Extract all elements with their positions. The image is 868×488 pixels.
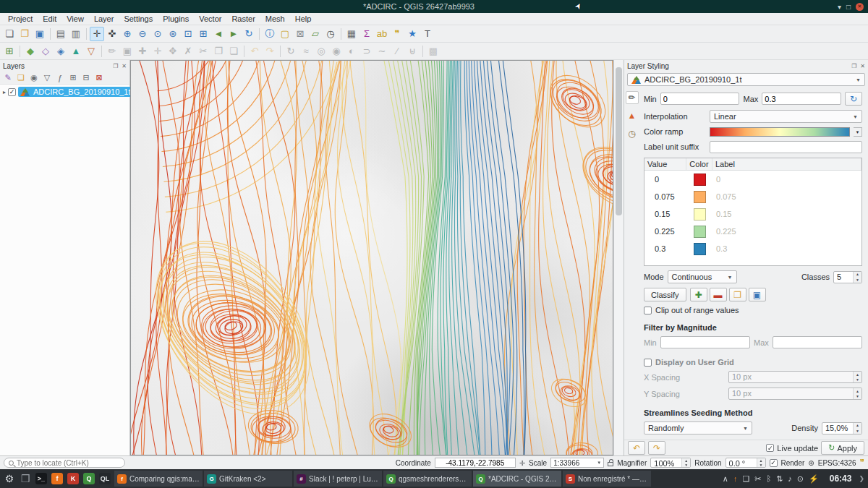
crs-badge[interactable]: EPSG:4326 [818, 459, 856, 467]
new-mesh-layer-icon[interactable]: ▲ [69, 44, 83, 59]
class-row[interactable]: 0.30.3 [644, 240, 861, 257]
open-layer-styling-icon[interactable]: ✎ [2, 72, 14, 84]
map-refresh-icon[interactable]: ↻ [242, 27, 256, 41]
float-panel-icon[interactable]: ❐ [113, 63, 118, 69]
new-virtual-layer-icon[interactable]: ▽ [84, 44, 98, 59]
extent-icon[interactable]: ✛ [519, 459, 525, 467]
map-tips-icon[interactable]: ❞ [390, 27, 404, 41]
maximize-icon[interactable]: □ [846, 3, 851, 11]
software-updates-icon[interactable]: ↑ [733, 474, 738, 483]
collapse-all-icon[interactable]: ⊟ [80, 72, 92, 84]
pager-launcher[interactable]: ❒ [18, 471, 33, 486]
render-checkbox[interactable] [770, 459, 778, 467]
layout-manager-icon[interactable]: ▥ [69, 27, 83, 41]
microphone-icon[interactable]: ⊙ [797, 474, 804, 484]
new-bookmark-icon[interactable]: ★ [405, 27, 420, 41]
filter-min-input[interactable] [660, 336, 750, 348]
color-column-header[interactable]: Color [686, 158, 712, 170]
style-undo-button[interactable]: ↶ [628, 441, 645, 455]
deselect-features-icon[interactable]: ⊠ [293, 27, 307, 41]
layer-item[interactable]: ▸ ADCIRC_BG_20190910_1t [0, 85, 129, 98]
menu-plugins[interactable]: Plugins [158, 14, 194, 24]
close-panel-icon[interactable]: ✕ [860, 63, 865, 69]
new-geopackage-layer-icon[interactable]: ◆ [23, 44, 38, 59]
taskbar-task[interactable]: GGitKraken <2> [204, 471, 292, 487]
screenshot-tool-icon[interactable]: ✂ [754, 474, 761, 484]
clock[interactable]: 06:43 [825, 474, 857, 484]
panel-expand-icon[interactable]: ❯ [859, 475, 866, 482]
zoom-next-icon[interactable]: ► [226, 27, 241, 41]
qgis-launcher[interactable]: Q [82, 471, 96, 486]
classify-button[interactable]: Classify [644, 288, 686, 301]
symbology-tab-icon[interactable]: ✏ [626, 91, 639, 104]
remove-class-button[interactable]: ▬ [710, 288, 727, 301]
taskbar-task[interactable]: fComparing qgis:mast... [114, 471, 203, 487]
crs-icon[interactable]: ⊛ [808, 459, 814, 467]
menu-settings[interactable]: Settings [119, 14, 158, 24]
taskbar-task[interactable]: Qqgsmeshrenderersetti... [383, 471, 472, 487]
zoom-full-icon[interactable]: ⊛ [166, 27, 180, 41]
zoom-in-icon[interactable]: ⊕ [120, 27, 135, 41]
save-classes-button[interactable]: ▣ [749, 288, 766, 301]
interpolation-select[interactable]: Linear ▼ [710, 110, 862, 123]
select-features-icon[interactable]: ▢ [278, 27, 292, 41]
zoom-last-icon[interactable]: ◄ [211, 27, 226, 41]
attributes-table-icon[interactable]: ▦ [344, 27, 359, 41]
zoom-to-selection-icon[interactable]: ⊡ [181, 27, 195, 41]
color-ramp-menu-icon[interactable]: ▼ [854, 127, 862, 137]
class-color-swatch[interactable] [694, 191, 706, 203]
field-calculator-icon[interactable]: Σ [359, 27, 374, 41]
konsole-launcher[interactable]: >_ [34, 471, 48, 486]
print-layout-icon[interactable]: ▤ [54, 27, 68, 41]
scrollbar-thumb[interactable] [616, 67, 622, 215]
manage-map-themes-icon[interactable]: ◉ [28, 72, 40, 84]
data-source-manager-icon[interactable]: ⊞ [2, 44, 17, 59]
lock-scale-icon[interactable] [608, 462, 613, 466]
power-icon[interactable]: ⚡ [809, 474, 819, 484]
color-ramp-preview[interactable] [710, 127, 850, 137]
max-value-input[interactable] [762, 93, 841, 105]
float-panel-icon[interactable]: ❐ [851, 63, 856, 69]
zoom-out-icon[interactable]: ⊖ [135, 27, 150, 41]
class-color-swatch[interactable] [694, 208, 706, 221]
class-row[interactable]: 00 [644, 171, 861, 188]
labeling-icon[interactable]: ab [375, 27, 389, 41]
remove-layer-icon[interactable]: ⊠ [93, 72, 105, 84]
taskbar-task[interactable]: #Slack | ! peterp | Lutr... [294, 471, 382, 487]
filter-max-input[interactable] [773, 336, 862, 348]
zoom-to-layer-icon[interactable]: ⊞ [196, 27, 210, 41]
filter-by-expression-icon[interactable]: ƒ [54, 72, 66, 84]
menu-mesh[interactable]: Mesh [260, 14, 290, 24]
new-shapefile-layer-icon[interactable]: ◇ [38, 44, 53, 59]
styling-layer-selector[interactable]: ADCIRC_BG_20190910_1t ▼ [627, 73, 865, 86]
coordinate-input[interactable] [435, 458, 516, 468]
network-icon[interactable]: ⇅ [776, 474, 783, 484]
menu-vector[interactable]: Vector [194, 14, 226, 24]
expand-all-icon[interactable]: ⊞ [67, 72, 79, 84]
project-new-icon[interactable]: ❏ [2, 27, 17, 41]
layer-visibility-checkbox[interactable] [8, 88, 16, 96]
map-scrollbar[interactable] [613, 60, 623, 455]
close-icon[interactable]: ✕ [856, 3, 864, 11]
pan-map-icon[interactable]: ✛ [90, 27, 104, 41]
pan-to-selection-icon[interactable]: ✜ [105, 27, 119, 41]
messages-icon[interactable]: ❞ [860, 458, 864, 468]
clip-out-of-range-checkbox[interactable] [644, 307, 652, 314]
add-group-icon[interactable]: ❏ [15, 72, 27, 84]
project-open-icon[interactable]: ❐ [17, 27, 32, 41]
live-update-checkbox[interactable] [766, 444, 774, 452]
temporal-controller-icon[interactable]: ◷ [323, 27, 338, 41]
close-panel-icon[interactable]: ✕ [122, 63, 127, 69]
locate-search[interactable] [4, 458, 125, 468]
label-column-header[interactable]: Label [712, 158, 861, 170]
history-tab-icon[interactable]: ◷ [626, 127, 639, 140]
reload-minmax-button[interactable]: ↻ [845, 92, 862, 106]
taskbar-task[interactable]: Q*ADCIRC - QGIS 26427... [473, 471, 561, 487]
show-hidden-icons-icon[interactable]: ∧ [723, 474, 728, 484]
mode-select[interactable]: Continuous ▼ [668, 270, 737, 283]
zoom-native-icon[interactable]: ⊙ [150, 27, 165, 41]
map-canvas[interactable] [130, 60, 613, 455]
project-save-icon[interactable]: ▣ [33, 27, 47, 41]
firefox-launcher[interactable]: f [50, 471, 64, 486]
add-class-button[interactable]: ✚ [690, 288, 707, 301]
